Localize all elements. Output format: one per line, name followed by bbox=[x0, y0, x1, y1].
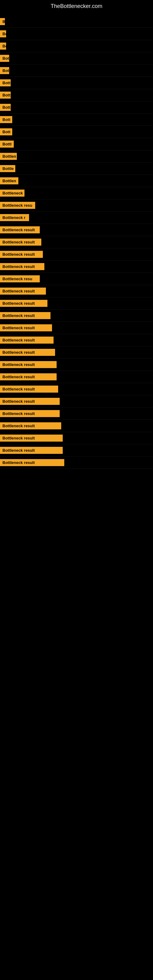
item-label: Bottleneck resu bbox=[0, 275, 40, 282]
item-label: Bottleneck result bbox=[0, 312, 51, 319]
list-item: Bottleneck result bbox=[0, 395, 153, 407]
list-item: Bottleneck result bbox=[0, 261, 153, 273]
item-label: Bottlen bbox=[0, 153, 17, 160]
item-label: Bott bbox=[0, 128, 12, 135]
item-label: Bottl bbox=[0, 140, 14, 148]
list-item: Bottleneck result bbox=[0, 236, 153, 248]
list-item: Bottlen bbox=[0, 150, 153, 162]
item-label: Bottleneck result bbox=[0, 434, 63, 442]
list-item: Bottleneck result bbox=[0, 383, 153, 395]
list-item: Bottleneck result bbox=[0, 285, 153, 298]
item-label: B bbox=[0, 18, 5, 25]
item-label: Bott bbox=[0, 104, 11, 111]
item-label: Bott bbox=[0, 67, 9, 74]
item-label: Bott bbox=[0, 79, 11, 86]
item-label: Bott bbox=[0, 92, 11, 99]
list-item: Bott bbox=[0, 89, 153, 101]
item-label: Bottleneck r bbox=[0, 214, 29, 221]
items-list: BBoBoBottBottBottBottBottBottBottBottlBo… bbox=[0, 16, 153, 469]
item-label: Bottleneck result bbox=[0, 263, 45, 270]
item-label: Bottleneck result bbox=[0, 324, 52, 331]
list-item: Bottleneck bbox=[0, 187, 153, 199]
item-label: Bottleneck result bbox=[0, 385, 58, 393]
list-item: Bottlen bbox=[0, 175, 153, 187]
list-item: B bbox=[0, 16, 153, 28]
list-item: Bottleneck result bbox=[0, 248, 153, 261]
list-item: Bott bbox=[0, 77, 153, 89]
list-item: Bottleneck result bbox=[0, 310, 153, 322]
list-item: Bottleneck result bbox=[0, 407, 153, 420]
item-label: Bottleneck result bbox=[0, 361, 57, 368]
item-label: Bottle bbox=[0, 165, 15, 172]
item-label: Bo bbox=[0, 30, 6, 37]
list-item: Bott bbox=[0, 101, 153, 114]
list-item: Bott bbox=[0, 114, 153, 126]
item-label: Bottleneck result bbox=[0, 410, 60, 417]
item-label: Bottleneck result bbox=[0, 251, 43, 258]
list-item: Bottleneck result bbox=[0, 420, 153, 432]
list-item: Bottleneck result bbox=[0, 457, 153, 469]
item-label: Bottlen bbox=[0, 177, 18, 185]
item-label: Bottleneck result bbox=[0, 422, 61, 430]
item-label: Bo bbox=[0, 43, 6, 49]
item-label: Bottleneck result bbox=[0, 459, 64, 466]
item-label: Bottleneck result bbox=[0, 300, 48, 307]
item-label: Bottleneck result bbox=[0, 337, 54, 344]
list-item: Bottleneck result bbox=[0, 334, 153, 346]
item-label: Bott bbox=[0, 55, 9, 62]
item-label: Bottleneck bbox=[0, 189, 24, 197]
item-label: Bottleneck result bbox=[0, 398, 60, 405]
list-item: Bo bbox=[0, 40, 153, 52]
list-item: Bottleneck result bbox=[0, 432, 153, 444]
list-item: Bottleneck result bbox=[0, 298, 153, 310]
list-item: Bottleneck resu bbox=[0, 273, 153, 285]
item-label: Bottleneck result bbox=[0, 447, 63, 454]
list-item: Bottleneck result bbox=[0, 224, 153, 236]
list-item: Bottleneck result bbox=[0, 371, 153, 383]
item-label: Bottleneck result bbox=[0, 373, 57, 380]
list-item: Bo bbox=[0, 28, 153, 40]
list-item: Bottleneck result bbox=[0, 359, 153, 371]
list-item: Bottleneck result bbox=[0, 444, 153, 457]
list-item: Bottleneck result bbox=[0, 322, 153, 334]
item-label: Bottleneck result bbox=[0, 288, 46, 294]
list-item: Bottleneck r bbox=[0, 212, 153, 224]
page-title: TheBottlenecker.com bbox=[0, 0, 153, 16]
item-label: Bottleneck result bbox=[0, 349, 55, 356]
list-item: Bott bbox=[0, 126, 153, 138]
item-label: Bottleneck result bbox=[0, 226, 40, 233]
list-item: Bott bbox=[0, 52, 153, 65]
item-label: Bott bbox=[0, 116, 12, 123]
item-label: Bottleneck result bbox=[0, 239, 41, 246]
list-item: Bottle bbox=[0, 162, 153, 175]
list-item: Bott bbox=[0, 65, 153, 77]
list-item: Bottl bbox=[0, 138, 153, 150]
item-label: Bottleneck resu bbox=[0, 202, 35, 209]
list-item: Bottleneck result bbox=[0, 346, 153, 359]
list-item: Bottleneck resu bbox=[0, 199, 153, 212]
